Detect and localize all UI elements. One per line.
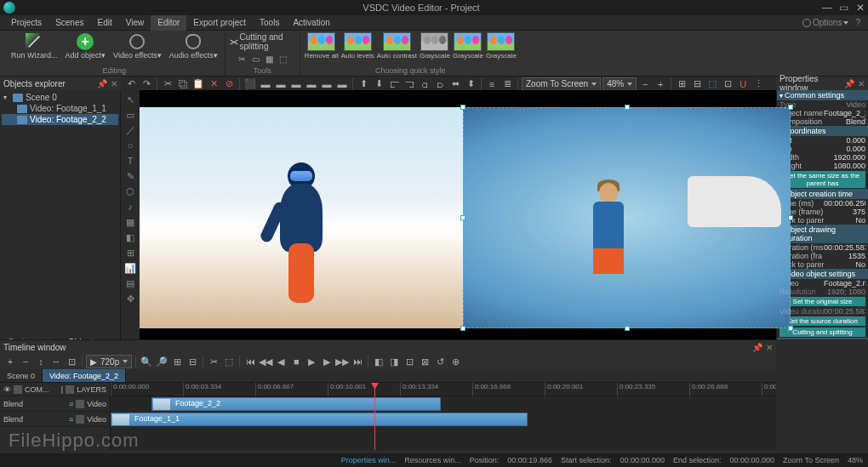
- resize-handle[interactable]: [788, 326, 793, 331]
- tool-button[interactable]: ▭: [249, 53, 261, 65]
- resize-handle[interactable]: [625, 105, 630, 110]
- timeline-tab-scene[interactable]: Scene 0: [0, 369, 43, 382]
- prop-value[interactable]: 375: [824, 208, 865, 216]
- zoom-value-select[interactable]: 48%: [602, 77, 637, 91]
- run-wizard-button[interactable]: Run Wizard...: [9, 32, 60, 60]
- play-button[interactable]: ▶: [305, 355, 318, 368]
- audio-effects-button[interactable]: Audio effects▾: [167, 32, 220, 60]
- timeline-tab-footage[interactable]: Video: Footage_2_2: [43, 369, 126, 382]
- tool[interactable]: ◧: [124, 231, 136, 243]
- menu-scenes[interactable]: Scenes: [49, 15, 90, 31]
- tl-button[interactable]: −: [19, 355, 32, 368]
- style-auto-contrast[interactable]: Auto contrast: [377, 32, 417, 60]
- menu-projects[interactable]: Projects: [4, 15, 49, 31]
- style-grayscale[interactable]: Grayscale: [453, 32, 483, 60]
- align-button[interactable]: ▬: [259, 77, 272, 91]
- undo-button[interactable]: ↶: [124, 77, 138, 91]
- menu-button[interactable]: ⋮: [751, 77, 765, 91]
- paste-button[interactable]: 📋: [191, 77, 205, 91]
- resolution-select[interactable]: ▶ 720p: [86, 355, 132, 368]
- redo-button[interactable]: ↷: [140, 77, 153, 91]
- tl-button[interactable]: ↔: [49, 355, 63, 368]
- prop-value[interactable]: 0.000: [824, 145, 865, 153]
- prev-button[interactable]: ◀: [274, 355, 288, 368]
- order-button[interactable]: ⬇: [372, 77, 385, 91]
- prop-section-common[interactable]: ▾Common settings: [777, 90, 868, 100]
- menu-activation[interactable]: Activation: [286, 15, 336, 31]
- timeline-ruler[interactable]: 0:00:00.000 0:00:03.334 0:00:06.667 0:00…: [111, 383, 776, 396]
- tool[interactable]: ▤: [124, 277, 136, 289]
- align-button[interactable]: ⫍: [387, 77, 401, 91]
- snap-button[interactable]: ⬚: [705, 77, 719, 91]
- footage-2-selected[interactable]: [463, 107, 791, 328]
- add-object-button[interactable]: +Add object▾: [63, 32, 109, 60]
- prop-section-video[interactable]: ▾Video object settings: [777, 269, 868, 279]
- delete-button[interactable]: ⊘: [222, 77, 236, 91]
- resize-handle[interactable]: [460, 326, 465, 331]
- resize-handle[interactable]: [460, 105, 465, 110]
- options-button[interactable]: Options: [799, 18, 852, 27]
- panel-close-button[interactable]: ✕: [111, 79, 117, 88]
- copy-button[interactable]: ⿻: [176, 77, 190, 91]
- tl-button[interactable]: ⊡: [65, 355, 78, 368]
- order-button[interactable]: ⬆: [357, 77, 370, 91]
- tl-button[interactable]: ⊡: [403, 355, 416, 368]
- underline-button[interactable]: U: [736, 77, 750, 91]
- style-auto-levels[interactable]: Auto levels: [341, 32, 374, 60]
- tl-button[interactable]: ↺: [433, 355, 447, 368]
- menu-tools[interactable]: Tools: [253, 15, 286, 31]
- align-button[interactable]: ≣: [500, 77, 514, 91]
- maximize-button[interactable]: ▭: [839, 3, 848, 12]
- tree-item[interactable]: Video: Footage_1_1: [2, 103, 118, 114]
- tool[interactable]: 📊: [124, 262, 136, 274]
- panel-close-button[interactable]: ✕: [858, 79, 865, 88]
- next-frame-button[interactable]: ▶▶: [335, 355, 349, 368]
- prev-frame-button[interactable]: ◀◀: [259, 355, 272, 368]
- shape-tool[interactable]: ▭: [124, 109, 136, 121]
- ellipse-tool[interactable]: ○: [124, 140, 136, 151]
- prop-value[interactable]: Blend: [824, 117, 865, 126]
- tl-cut-button[interactable]: ✂: [207, 355, 220, 368]
- tl-button[interactable]: ⬚: [222, 355, 236, 368]
- tl-button[interactable]: ⊕: [448, 355, 462, 368]
- set-parent-size-button[interactable]: Set the same size as the parent has: [779, 171, 865, 188]
- prop-value[interactable]: 0.000: [824, 136, 865, 145]
- stop-button[interactable]: ■: [289, 355, 303, 368]
- align-button[interactable]: ⫏: [418, 77, 431, 91]
- preview-canvas[interactable]: [140, 90, 776, 339]
- tl-button[interactable]: ◧: [372, 355, 385, 368]
- tl-button[interactable]: ◨: [387, 355, 401, 368]
- tool-button[interactable]: ✂: [236, 53, 248, 65]
- tool-button[interactable]: ▦: [263, 53, 275, 65]
- tl-snap-button[interactable]: ⊞: [170, 355, 184, 368]
- cutting-splitting-button[interactable]: Cutting and splitting: [230, 32, 295, 51]
- tool[interactable]: ✎: [124, 170, 136, 182]
- align-button[interactable]: ⫎: [403, 77, 416, 91]
- style-remove-all[interactable]: Remove all: [305, 32, 339, 60]
- tool[interactable]: ▦: [124, 216, 136, 228]
- resize-handle[interactable]: [788, 215, 793, 220]
- timeline-tracks[interactable]: 0:00:00.000 0:00:03.334 0:00:06.667 0:00…: [111, 383, 776, 450]
- tl-snap-button[interactable]: ⊟: [186, 355, 199, 368]
- prop-section-creation[interactable]: ▾Object creation time: [777, 189, 868, 199]
- prop-section-drawing[interactable]: ▾Object drawing duration: [777, 225, 868, 243]
- close-button[interactable]: ✕: [856, 3, 865, 12]
- help-button[interactable]: ?: [852, 18, 864, 27]
- tl-button[interactable]: ↕: [34, 355, 48, 368]
- tl-zoom-button[interactable]: 🔍: [140, 355, 153, 368]
- tl-zoom-button[interactable]: 🔎: [155, 355, 168, 368]
- zoom-button[interactable]: +: [654, 77, 667, 91]
- skip-end-button[interactable]: ⏭: [351, 355, 364, 368]
- align-button[interactable]: ⫐: [433, 77, 447, 91]
- pin-icon[interactable]: 📌: [844, 79, 854, 88]
- align-button[interactable]: ⬛: [243, 77, 257, 91]
- menu-edit[interactable]: Edit: [90, 15, 118, 31]
- menu-editor[interactable]: Editor: [151, 15, 186, 31]
- tree-item[interactable]: Video: Footage_2_2: [2, 114, 118, 125]
- footage-1[interactable]: [140, 107, 463, 328]
- pin-icon[interactable]: 📌: [97, 79, 107, 88]
- resize-handle[interactable]: [460, 215, 465, 220]
- skip-start-button[interactable]: ⏮: [243, 355, 257, 368]
- prop-value[interactable]: 1080.000: [824, 162, 865, 170]
- prop-section-coords[interactable]: ▾Coordinates: [777, 126, 868, 136]
